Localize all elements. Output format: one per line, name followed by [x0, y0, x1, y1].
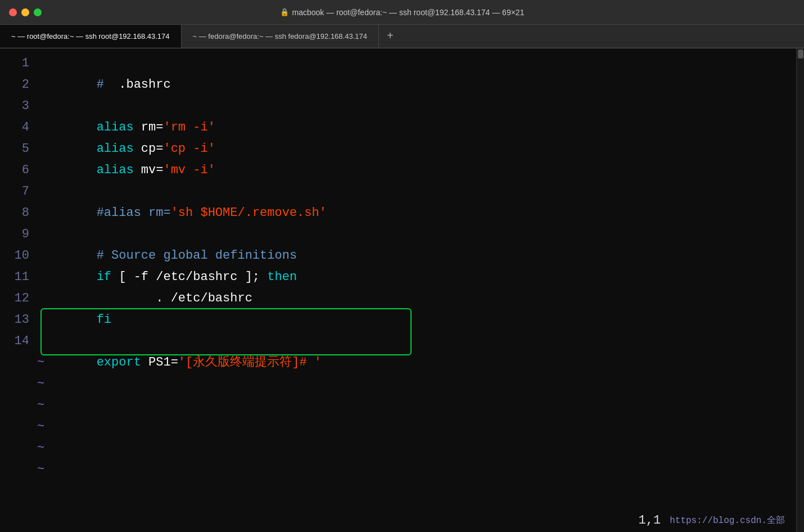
title-label: macbook — root@fedora:~ — ssh root@192.1… [292, 8, 525, 17]
table-row: 4 alias cp='cp -i' [0, 117, 796, 138]
line-number: 7 [6, 181, 29, 202]
lock-icon: 🔒 [280, 8, 289, 16]
table-row: 11 . /etc/bashrc [0, 267, 796, 288]
main-content: 1 # .bashrc 2 3 alias rm='rm -i' 4 alias… [0, 48, 804, 532]
line-number: 5 [6, 138, 29, 160]
table-row: 7 #alias rm='sh $HOME/.remove.sh' [0, 181, 796, 202]
table-row: 9 # Source global definitions [0, 224, 796, 245]
table-row: 1 # .bashrc [0, 53, 796, 74]
cursor-position: 1,1 [639, 513, 661, 528]
tilde-line: ~ [0, 438, 796, 459]
tilde: ~ [37, 416, 44, 438]
line-number: 2 [6, 74, 29, 96]
tab-bar: ~ — root@fedora:~ — ssh root@192.168.43.… [0, 25, 804, 48]
window-title: 🔒 macbook — root@fedora:~ — ssh root@192… [280, 8, 525, 17]
tab-1-label: ~ — root@fedora:~ — ssh root@192.168.43.… [11, 32, 170, 40]
line-number: 4 [6, 117, 29, 138]
tab-1[interactable]: ~ — root@fedora:~ — ssh root@192.168.43.… [0, 25, 182, 48]
page-number: 全部 [767, 516, 785, 526]
tab-2[interactable]: ~ — fedora@fedora:~ — ssh fedora@192.168… [182, 25, 379, 48]
line-number: 12 [6, 288, 29, 309]
table-row: 13 [0, 309, 796, 331]
table-row: 14 export PS1='[永久版终端提示符]# ' [0, 331, 796, 352]
line-number: 6 [6, 160, 29, 181]
line-number: 8 [6, 202, 29, 224]
tilde-line: ~ [0, 395, 796, 416]
minimize-button[interactable] [21, 8, 29, 16]
tilde: ~ [37, 395, 44, 416]
line-number: 10 [6, 245, 29, 267]
line-number: 14 [6, 331, 29, 352]
close-button[interactable] [9, 8, 17, 16]
line-number: 9 [6, 224, 29, 245]
maximize-button[interactable] [34, 8, 42, 16]
tab-2-label: ~ — fedora@fedora:~ — ssh fedora@192.168… [193, 32, 367, 40]
table-row: 3 alias rm='rm -i' [0, 96, 796, 117]
line-number: 3 [6, 96, 29, 117]
code-editor[interactable]: 1 # .bashrc 2 3 alias rm='rm -i' 4 alias… [0, 48, 796, 532]
line-number: 13 [6, 309, 29, 331]
status-url: https://blog.csdn.全部 [670, 515, 785, 526]
tilde-line: ~ [0, 416, 796, 438]
tilde: ~ [37, 373, 44, 395]
tilde: ~ [37, 438, 44, 459]
scrollbar-thumb[interactable] [798, 49, 803, 58]
tilde: ~ [37, 459, 44, 480]
line-content: export PS1='[永久版终端提示符]# ' [37, 331, 322, 395]
table-row: 10 if [ -f /etc/bashrc ]; then [0, 245, 796, 267]
title-bar: 🔒 macbook — root@fedora:~ — ssh root@192… [0, 0, 804, 25]
add-tab-button[interactable]: + [379, 25, 401, 48]
scrollbar[interactable] [796, 48, 804, 532]
line-number: 1 [6, 53, 29, 74]
table-row: 5 alias mv='mv -i' [0, 138, 796, 160]
tilde: ~ [37, 352, 44, 373]
line-number: 11 [6, 267, 29, 288]
traffic-lights [9, 8, 42, 16]
tilde-line: ~ [0, 459, 796, 480]
